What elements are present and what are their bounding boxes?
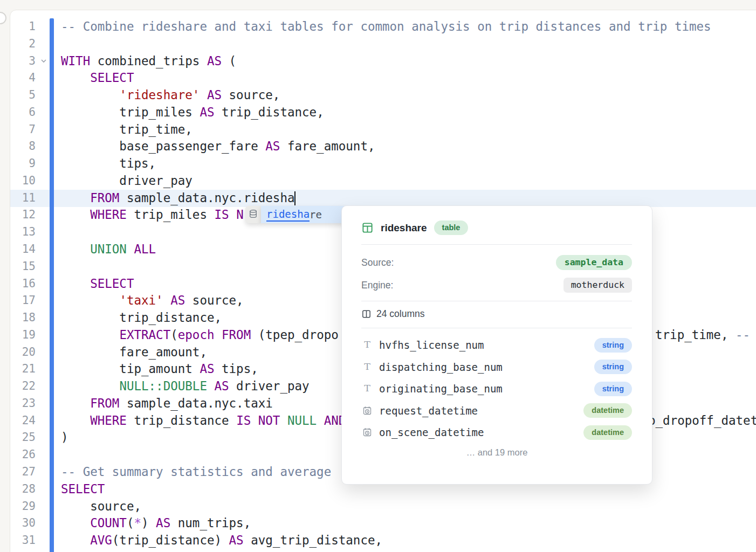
line-number: 25 <box>10 429 36 446</box>
column-type-badge: string <box>594 338 632 353</box>
line-number: 1 <box>10 18 36 36</box>
column-list-item: on_scene_datetimedatetime <box>361 425 632 440</box>
code-line[interactable]: WHERE trip_distance IS NOT NULL AND <box>61 412 346 430</box>
code-line[interactable]: WITH combined_trips AS ( <box>61 53 236 70</box>
autocomplete-rest-text: re <box>310 209 322 220</box>
code-line[interactable]: trip_distance, <box>61 309 222 327</box>
code-line-fragment[interactable]: p_dropoff_datet <box>648 412 756 430</box>
code-line[interactable]: AVG(trip_distance) AS avg_trip_distance, <box>61 532 382 549</box>
code-line[interactable]: SELECT <box>61 70 134 87</box>
code-line[interactable]: ) <box>61 429 68 446</box>
line-number: 32 <box>10 549 36 552</box>
column-list-item: Toriginating_base_numstring <box>361 381 632 396</box>
column-list-item: Thvfhs_license_numstring <box>361 337 632 353</box>
code-line[interactable]: 'taxi' AS source, <box>61 292 244 309</box>
code-line[interactable]: base_passenger_fare AS fare_amount, <box>61 138 375 155</box>
line-number: 8 <box>10 138 36 155</box>
line-number: 20 <box>10 344 36 361</box>
divider <box>361 301 632 301</box>
database-icon <box>249 209 258 220</box>
line-number: 18 <box>10 309 36 327</box>
column-type-badge: string <box>594 382 632 396</box>
engine-value-badge: motherduck <box>563 278 632 293</box>
column-list-item: Tdispatching_base_numstring <box>361 360 632 375</box>
line-number: 9 <box>10 155 36 172</box>
line-number: 23 <box>10 395 36 412</box>
line-number: 24 <box>10 412 36 430</box>
line-number: 22 <box>10 378 36 395</box>
code-line[interactable]: -- Combine rideshare and taxi tables for… <box>61 18 711 36</box>
columns-icon <box>361 309 372 319</box>
engine-label: Engine: <box>361 278 393 293</box>
line-number: 15 <box>10 258 36 275</box>
line-number: 31 <box>10 532 36 549</box>
line-number: 30 <box>10 515 36 532</box>
column-type-badge: datetime <box>583 425 632 440</box>
code-line[interactable]: tips, <box>61 155 156 172</box>
line-number: 26 <box>10 446 36 464</box>
object-type-badge: table <box>434 220 469 235</box>
more-columns-label: … and 19 more <box>342 447 652 458</box>
cell-accent-bar <box>50 18 54 552</box>
popover-title: rideshare <box>381 222 427 234</box>
line-number: 11 <box>10 190 36 207</box>
code-line[interactable]: AVG(trip_time) AS avg_trip_duration, <box>61 549 353 552</box>
column-name: on_scene_datetime <box>379 426 484 438</box>
line-number: 6 <box>10 104 36 121</box>
code-line[interactable]: FROM sample_data.nyc.taxi <box>61 395 273 412</box>
line-number: 14 <box>10 241 36 258</box>
cell-handle-icon <box>0 12 6 24</box>
code-line[interactable]: trip_miles AS trip_distance, <box>61 104 324 121</box>
line-number: 27 <box>10 464 36 481</box>
code-line[interactable]: trip_time, <box>61 121 193 139</box>
column-name: originating_base_num <box>379 383 503 395</box>
code-line[interactable]: SELECT <box>61 481 105 498</box>
line-number: 16 <box>10 275 36 293</box>
code-line[interactable]: driver_pay <box>61 172 193 190</box>
code-line[interactable]: 'rideshare' AS source, <box>61 87 280 104</box>
column-name: hvfhs_license_num <box>379 339 484 351</box>
column-name: dispatching_base_num <box>379 361 503 373</box>
code-line[interactable]: COUNT(*) AS num_trips, <box>61 515 251 532</box>
code-line[interactable]: NULL::DOUBLE AS driver_pay <box>61 378 310 395</box>
code-line[interactable]: FROM sample_data.nyc.ridesha <box>61 190 294 207</box>
text-type-icon: T <box>361 340 373 350</box>
datetime-icon <box>361 406 373 416</box>
code-line[interactable]: -- Get summary statistics and average <box>61 464 339 481</box>
line-number: 12 <box>10 206 36 224</box>
datetime-icon <box>361 427 373 437</box>
code-line[interactable]: EXTRACT(epoch FROM (tpep_dropo <box>61 327 339 344</box>
text-type-icon: T <box>361 362 373 372</box>
table-info-popover: rideshare table Source: sample_data Engi… <box>341 205 652 485</box>
line-number: 5 <box>10 87 36 104</box>
line-number: 3 <box>10 53 36 70</box>
code-line[interactable]: fare_amount, <box>61 344 207 361</box>
divider <box>361 328 632 328</box>
divider <box>361 244 632 245</box>
code-line[interactable]: source, <box>61 498 141 515</box>
autocomplete-matched-text: ridesha <box>266 208 310 222</box>
column-list-item: request_datetimedatetime <box>361 403 632 418</box>
column-name: request_datetime <box>379 405 478 417</box>
column-type-badge: string <box>594 360 632 374</box>
code-line[interactable]: WHERE trip_miles IS N <box>61 206 244 224</box>
source-label: Source: <box>361 255 394 270</box>
line-number: 10 <box>10 172 36 190</box>
code-line-fragment[interactable]: trip_time, -- <box>655 327 750 344</box>
popover-header: rideshare table <box>361 220 468 235</box>
code-line[interactable]: SELECT <box>61 275 134 293</box>
line-number: 28 <box>10 481 36 498</box>
table-icon <box>361 222 374 234</box>
autocomplete-kind-box <box>245 206 261 223</box>
line-number: 17 <box>10 292 36 309</box>
line-number: 29 <box>10 498 36 515</box>
column-type-badge: datetime <box>583 403 632 418</box>
fold-chevron-icon[interactable] <box>39 53 49 70</box>
line-number: 2 <box>10 36 36 53</box>
line-number: 7 <box>10 121 36 139</box>
autocomplete-option-rideshare[interactable]: rideshare <box>261 206 347 223</box>
code-line[interactable]: tip_amount AS tips, <box>61 361 258 378</box>
columns-count-label: 24 columns <box>376 308 425 320</box>
code-line[interactable]: UNION ALL <box>61 241 156 258</box>
text-type-icon: T <box>361 384 373 394</box>
